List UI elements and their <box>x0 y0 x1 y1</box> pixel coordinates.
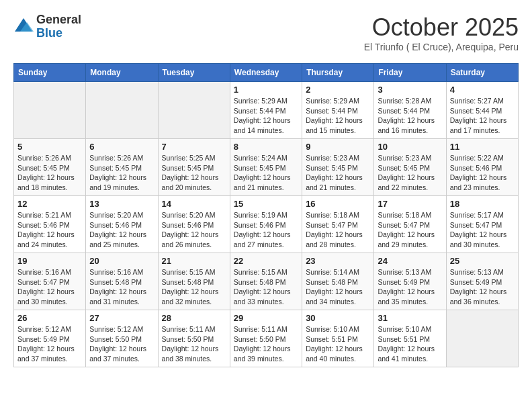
day-number: 9 <box>306 142 370 152</box>
calendar-cell: 21Sunrise: 5:15 AM Sunset: 5:48 PM Dayli… <box>158 253 230 310</box>
calendar-cell: 26Sunrise: 5:12 AM Sunset: 5:49 PM Dayli… <box>14 310 86 367</box>
day-number: 6 <box>89 142 154 152</box>
logo: General Blue <box>13 13 81 40</box>
weekday-row: SundayMondayTuesdayWednesdayThursdayFrid… <box>14 64 519 82</box>
calendar-cell <box>446 310 518 367</box>
calendar-cell: 16Sunrise: 5:18 AM Sunset: 5:47 PM Dayli… <box>302 196 374 253</box>
calendar-cell: 2Sunrise: 5:29 AM Sunset: 5:44 PM Daylig… <box>302 82 374 139</box>
day-info: Sunrise: 5:23 AM Sunset: 5:45 PM Dayligh… <box>378 153 442 193</box>
month-title: October 2025 <box>364 13 519 42</box>
weekday-header-sunday: Sunday <box>14 64 86 82</box>
logo-general-text: General <box>36 13 81 27</box>
calendar-cell <box>86 82 158 139</box>
calendar-cell <box>158 82 230 139</box>
weekday-header-wednesday: Wednesday <box>230 64 302 82</box>
day-number: 27 <box>89 313 154 323</box>
day-number: 11 <box>450 142 515 152</box>
day-info: Sunrise: 5:15 AM Sunset: 5:48 PM Dayligh… <box>234 267 298 307</box>
day-info: Sunrise: 5:11 AM Sunset: 5:50 PM Dayligh… <box>162 324 226 364</box>
day-number: 4 <box>450 85 515 95</box>
page-header: General Blue October 2025 El Triunfo ( E… <box>13 13 519 52</box>
day-info: Sunrise: 5:19 AM Sunset: 5:46 PM Dayligh… <box>234 210 298 250</box>
calendar-cell: 25Sunrise: 5:13 AM Sunset: 5:49 PM Dayli… <box>446 253 518 310</box>
day-number: 16 <box>306 199 370 209</box>
day-info: Sunrise: 5:10 AM Sunset: 5:51 PM Dayligh… <box>306 324 370 364</box>
logo-icon <box>13 17 34 37</box>
calendar-cell <box>14 82 86 139</box>
calendar-week-3: 12Sunrise: 5:21 AM Sunset: 5:46 PM Dayli… <box>14 196 519 253</box>
calendar-cell: 6Sunrise: 5:26 AM Sunset: 5:45 PM Daylig… <box>86 139 158 196</box>
day-number: 28 <box>162 313 226 323</box>
calendar-cell: 27Sunrise: 5:12 AM Sunset: 5:50 PM Dayli… <box>86 310 158 367</box>
day-info: Sunrise: 5:26 AM Sunset: 5:45 PM Dayligh… <box>17 153 82 193</box>
day-number: 15 <box>234 199 298 209</box>
day-info: Sunrise: 5:18 AM Sunset: 5:47 PM Dayligh… <box>378 210 442 250</box>
calendar-cell: 8Sunrise: 5:24 AM Sunset: 5:45 PM Daylig… <box>230 139 302 196</box>
day-info: Sunrise: 5:13 AM Sunset: 5:49 PM Dayligh… <box>378 267 442 307</box>
title-block: October 2025 El Triunfo ( El Cruce), Are… <box>364 13 519 52</box>
calendar-cell: 11Sunrise: 5:22 AM Sunset: 5:46 PM Dayli… <box>446 139 518 196</box>
calendar-cell: 15Sunrise: 5:19 AM Sunset: 5:46 PM Dayli… <box>230 196 302 253</box>
day-info: Sunrise: 5:18 AM Sunset: 5:47 PM Dayligh… <box>306 210 370 250</box>
calendar-cell: 1Sunrise: 5:29 AM Sunset: 5:44 PM Daylig… <box>230 82 302 139</box>
day-info: Sunrise: 5:10 AM Sunset: 5:51 PM Dayligh… <box>378 324 442 364</box>
day-info: Sunrise: 5:16 AM Sunset: 5:47 PM Dayligh… <box>17 267 82 307</box>
day-number: 29 <box>234 313 298 323</box>
weekday-header-thursday: Thursday <box>302 64 374 82</box>
day-number: 24 <box>378 256 442 266</box>
day-info: Sunrise: 5:14 AM Sunset: 5:48 PM Dayligh… <box>306 267 370 307</box>
day-info: Sunrise: 5:28 AM Sunset: 5:44 PM Dayligh… <box>378 96 442 136</box>
day-number: 1 <box>234 85 298 95</box>
day-number: 17 <box>378 199 442 209</box>
weekday-header-tuesday: Tuesday <box>158 64 230 82</box>
day-info: Sunrise: 5:15 AM Sunset: 5:48 PM Dayligh… <box>162 267 226 307</box>
calendar-cell: 20Sunrise: 5:16 AM Sunset: 5:48 PM Dayli… <box>86 253 158 310</box>
calendar-week-2: 5Sunrise: 5:26 AM Sunset: 5:45 PM Daylig… <box>14 139 519 196</box>
day-number: 2 <box>306 85 370 95</box>
calendar-cell: 28Sunrise: 5:11 AM Sunset: 5:50 PM Dayli… <box>158 310 230 367</box>
day-number: 7 <box>162 142 226 152</box>
day-info: Sunrise: 5:27 AM Sunset: 5:44 PM Dayligh… <box>450 96 515 136</box>
day-info: Sunrise: 5:20 AM Sunset: 5:46 PM Dayligh… <box>89 210 154 250</box>
day-number: 13 <box>89 199 154 209</box>
day-info: Sunrise: 5:23 AM Sunset: 5:45 PM Dayligh… <box>306 153 370 193</box>
calendar-cell: 13Sunrise: 5:20 AM Sunset: 5:46 PM Dayli… <box>86 196 158 253</box>
day-number: 21 <box>162 256 226 266</box>
day-number: 20 <box>89 256 154 266</box>
day-info: Sunrise: 5:20 AM Sunset: 5:46 PM Dayligh… <box>162 210 226 250</box>
calendar-week-5: 26Sunrise: 5:12 AM Sunset: 5:49 PM Dayli… <box>14 310 519 367</box>
calendar-header: SundayMondayTuesdayWednesdayThursdayFrid… <box>14 64 519 82</box>
calendar-cell: 4Sunrise: 5:27 AM Sunset: 5:44 PM Daylig… <box>446 82 518 139</box>
calendar-cell: 24Sunrise: 5:13 AM Sunset: 5:49 PM Dayli… <box>374 253 446 310</box>
day-number: 5 <box>17 142 82 152</box>
day-number: 25 <box>450 256 515 266</box>
day-number: 19 <box>17 256 82 266</box>
calendar-cell: 31Sunrise: 5:10 AM Sunset: 5:51 PM Dayli… <box>374 310 446 367</box>
day-info: Sunrise: 5:29 AM Sunset: 5:44 PM Dayligh… <box>234 96 298 136</box>
calendar-body: 1Sunrise: 5:29 AM Sunset: 5:44 PM Daylig… <box>14 82 519 367</box>
calendar-table: SundayMondayTuesdayWednesdayThursdayFrid… <box>13 63 519 367</box>
calendar-cell: 22Sunrise: 5:15 AM Sunset: 5:48 PM Dayli… <box>230 253 302 310</box>
day-number: 18 <box>450 199 515 209</box>
day-info: Sunrise: 5:16 AM Sunset: 5:48 PM Dayligh… <box>89 267 154 307</box>
calendar-cell: 12Sunrise: 5:21 AM Sunset: 5:46 PM Dayli… <box>14 196 86 253</box>
day-number: 30 <box>306 313 370 323</box>
calendar-cell: 18Sunrise: 5:17 AM Sunset: 5:47 PM Dayli… <box>446 196 518 253</box>
calendar-cell: 30Sunrise: 5:10 AM Sunset: 5:51 PM Dayli… <box>302 310 374 367</box>
weekday-header-friday: Friday <box>374 64 446 82</box>
calendar-cell: 5Sunrise: 5:26 AM Sunset: 5:45 PM Daylig… <box>14 139 86 196</box>
logo-blue-text: Blue <box>36 27 81 40</box>
day-info: Sunrise: 5:29 AM Sunset: 5:44 PM Dayligh… <box>306 96 370 136</box>
calendar-cell: 9Sunrise: 5:23 AM Sunset: 5:45 PM Daylig… <box>302 139 374 196</box>
day-info: Sunrise: 5:22 AM Sunset: 5:46 PM Dayligh… <box>450 153 515 193</box>
calendar-week-4: 19Sunrise: 5:16 AM Sunset: 5:47 PM Dayli… <box>14 253 519 310</box>
calendar-cell: 10Sunrise: 5:23 AM Sunset: 5:45 PM Dayli… <box>374 139 446 196</box>
day-number: 12 <box>17 199 82 209</box>
day-info: Sunrise: 5:12 AM Sunset: 5:50 PM Dayligh… <box>89 324 154 364</box>
day-info: Sunrise: 5:26 AM Sunset: 5:45 PM Dayligh… <box>89 153 154 193</box>
weekday-header-monday: Monday <box>86 64 158 82</box>
day-info: Sunrise: 5:21 AM Sunset: 5:46 PM Dayligh… <box>17 210 82 250</box>
day-number: 31 <box>378 313 442 323</box>
calendar-cell: 17Sunrise: 5:18 AM Sunset: 5:47 PM Dayli… <box>374 196 446 253</box>
day-number: 14 <box>162 199 226 209</box>
